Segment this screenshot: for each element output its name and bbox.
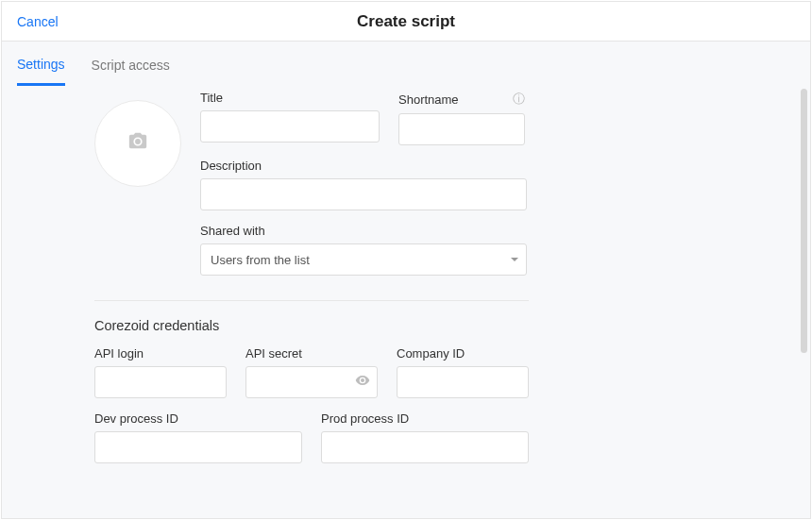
company-id-input[interactable] [397,366,529,398]
api-login-input[interactable] [94,366,227,398]
description-input[interactable] [200,178,527,210]
prod-process-id-label: Prod process ID [321,411,529,426]
section-divider [94,300,529,301]
shortname-input[interactable] [398,113,525,145]
cancel-button[interactable]: Cancel [17,14,59,29]
company-id-label: Company ID [397,346,529,361]
avatar-upload[interactable] [94,100,181,187]
scrollbar[interactable] [801,87,808,461]
description-label: Description [200,159,718,173]
credentials-section-title: Corezoid credentials [94,318,718,333]
create-script-dialog: Cancel Create script Settings Script acc… [1,1,811,519]
tab-bar: Settings Script access [2,42,810,87]
dev-process-id-input[interactable] [94,431,302,463]
chevron-down-icon [511,258,518,261]
tab-script-access[interactable]: Script access [92,44,170,84]
camera-icon [126,131,150,156]
tab-settings[interactable]: Settings [17,43,65,86]
dialog-header: Cancel Create script [2,2,810,42]
dialog-title: Create script [357,12,455,31]
api-secret-label: API secret [245,346,378,361]
dev-process-id-label: Dev process ID [94,411,302,426]
shortname-label: Shortname [398,92,459,107]
shared-with-label: Shared with [200,224,718,238]
content-area: Title Shortname ⓘ [2,87,810,518]
prod-process-id-input[interactable] [321,431,529,463]
shared-with-select[interactable]: Users from the list [200,243,527,276]
eye-icon[interactable] [355,373,370,392]
scrollbar-thumb[interactable] [801,89,807,353]
title-input[interactable] [200,110,380,143]
api-login-label: API login [94,346,227,361]
shared-with-value: Users from the list [211,253,310,267]
title-label: Title [200,91,380,105]
info-icon[interactable]: ⓘ [513,91,525,108]
